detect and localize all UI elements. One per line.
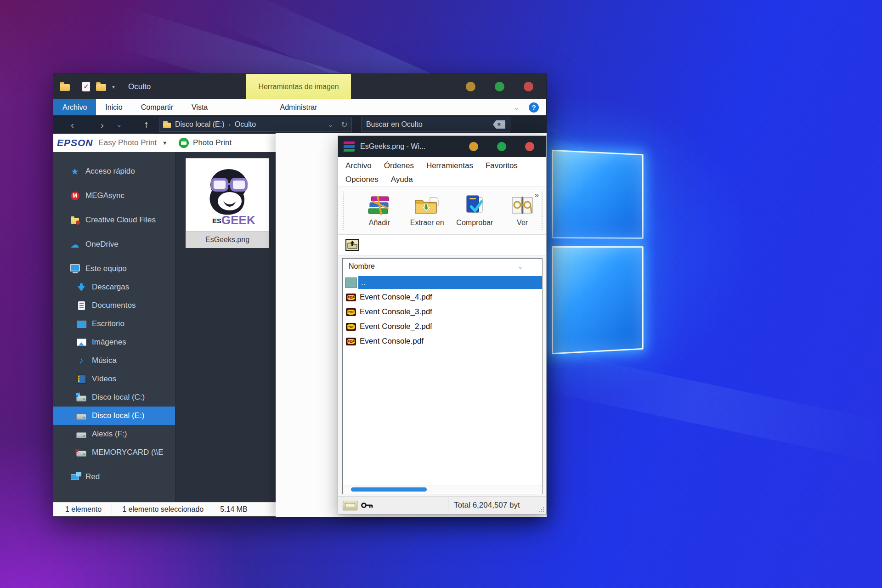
sidebar-item-musica[interactable]: ♪ Música [53,351,175,370]
up-one-level-icon[interactable] [345,239,359,251]
recent-locations-chevron-icon[interactable]: ⌄ [117,122,122,128]
drive-f-icon [76,430,86,438]
item-count: 1 elemento [65,505,102,514]
qat-properties-icon[interactable] [82,82,90,91]
close-button[interactable] [524,82,533,91]
tab-compartir[interactable]: Compartir [132,99,182,115]
winrar-toolbar: Añadir Extraer en Comprobar [338,187,546,235]
sidebar-item-disco-c[interactable]: Disco local (C:) [53,388,175,407]
menu-favoritos[interactable]: Favoritos [486,161,518,170]
qat-folder-icon[interactable] [60,84,70,91]
file-item-esgeeks[interactable]: ES GEEK EsGeeks.png [186,158,269,248]
sidebar-item-este-equipo[interactable]: Este equipo [53,260,175,278]
menu-herramientas[interactable]: Herramientas [426,161,473,170]
up-button[interactable]: ↑ [144,119,149,130]
winrar-window-controls [469,142,534,151]
sidebar-item-documentos[interactable]: Documentos [53,296,175,315]
sort-chevron-icon: ⌄ [518,263,523,270]
drive-e-icon [76,412,86,420]
menu-ordenes[interactable]: Órdenes [384,161,414,170]
sidebar-item-imagenes[interactable]: Imágenes [53,333,175,351]
close-button[interactable] [525,142,534,151]
key-icon[interactable] [361,502,373,509]
sidebar-item-memorycard[interactable]: × MEMORYCARD (\\E [53,443,175,462]
list-row-pdf[interactable]: Event Console_3.pdf [342,305,542,319]
maximize-button[interactable] [497,142,506,151]
documents-icon [76,301,86,310]
menu-archivo[interactable]: Archivo [345,161,372,170]
network-icon [70,474,80,480]
sidebar-item-acceso-rapido[interactable]: ★ Acceso rápido [53,162,175,181]
winrar-extract-icon [414,195,440,216]
windows-logo-pane [552,246,643,355]
ribbon-collapse-chevron-icon[interactable]: ⌄ [514,103,520,112]
tab-archivo[interactable]: Archivo [53,99,96,115]
minimize-button[interactable] [469,142,478,151]
wallpaper-light-beam [538,350,882,463]
add-button[interactable]: Añadir [356,187,403,234]
refresh-icon[interactable]: ↻ [341,119,348,130]
breadcrumb[interactable]: Disco local (E:) › Oculto ⌄ ↻ [159,118,352,132]
sidebar-item-escritorio[interactable]: Escritorio [53,315,175,333]
back-button[interactable]: ‹ [71,120,74,130]
sidebar-item-disco-e[interactable]: Disco local (E:) [53,407,175,425]
winrar-view-icon [510,195,534,216]
breadcrumb-folder[interactable]: Oculto [235,120,256,129]
music-note-icon: ♪ [76,356,86,366]
sidebar-item-descargas[interactable]: Descargas [53,278,175,296]
file-name[interactable]: EsGeeks.png [186,232,269,248]
tab-administrar[interactable]: Administrar [246,99,351,115]
toolbar-overflow-chevron-icon[interactable]: » [535,191,539,200]
maximize-button[interactable] [495,82,504,91]
status-divider [112,505,112,514]
qat-customize-chevron-icon[interactable]: ▾ [112,84,115,90]
sidebar-item-red[interactable]: Red [53,468,175,486]
test-button[interactable]: Comprobar [451,187,499,234]
list-row-pdf[interactable]: Event Console.pdf [342,334,542,349]
forward-button[interactable]: › [101,120,104,130]
winrar-test-icon [463,195,486,216]
breadcrumb-drive[interactable]: Disco local (E:) [175,120,225,129]
epson-dropdown-chevron-icon[interactable]: ▼ [162,140,167,146]
svg-text:ES: ES [212,217,221,225]
list-row-up[interactable]: .. [342,275,542,290]
list-row-pdf[interactable]: Event Console_2.pdf [342,319,542,334]
network-drive-disconnected-icon: × [76,449,86,457]
breadcrumb-folder-icon [163,123,171,128]
contextual-tab-header: Herramientas de imagen [246,74,351,99]
horizontal-scrollbar[interactable] [343,486,542,493]
menu-ayuda[interactable]: Ayuda [391,175,413,184]
sidebar-item-onedrive[interactable]: ☁ OneDrive [53,235,175,254]
sidebar-item-megasync[interactable]: M MEGAsync [53,187,175,205]
up-folder-icon [345,277,357,288]
minimize-button[interactable] [466,82,475,91]
photo-print-button[interactable]: Photo Print [193,138,232,147]
extract-to-button[interactable]: Extraer en [403,187,451,234]
pdf-file-icon [346,338,356,345]
tab-vista[interactable]: Vista [182,99,217,115]
quick-access-star-icon: ★ [70,166,80,177]
drive-icon[interactable] [343,501,357,510]
clear-search-icon[interactable]: × [493,120,505,129]
list-row-pdf[interactable]: Event Console_4.pdf [342,290,542,305]
resize-grip[interactable] [538,506,545,513]
sidebar-item-creative-cloud[interactable]: Creative Cloud Files [53,211,175,229]
menu-opciones[interactable]: Opciones [345,175,379,184]
view-button[interactable]: Ver [498,187,546,234]
scrollbar-thumb[interactable] [351,487,427,492]
tab-inicio[interactable]: Inicio [96,99,131,115]
column-header-nombre[interactable]: Nombre ⌄ [342,258,542,275]
pictures-icon [76,339,86,346]
sidebar-item-videos[interactable]: Vídeos [53,370,175,388]
drive-c-icon [76,394,86,401]
epson-product-label[interactable]: Easy Photo Print [99,138,157,147]
qat-new-folder-icon[interactable] [96,84,106,91]
search-input[interactable]: Buscar en Oculto × [361,118,510,132]
winrar-menubar: Archivo Órdenes Herramientas Favoritos O… [338,157,546,187]
help-icon[interactable]: ? [529,102,539,113]
sidebar-item-alexis-f[interactable]: Alexis (F:) [53,425,175,443]
address-dropdown-chevron-icon[interactable]: ⌄ [328,120,334,129]
pdf-file-icon [346,323,356,331]
address-bar: ‹ › ⌄ ↑ Disco local (E:) › Oculto ⌄ ↻ Bu… [53,115,546,134]
photo-print-icon[interactable] [179,138,189,148]
